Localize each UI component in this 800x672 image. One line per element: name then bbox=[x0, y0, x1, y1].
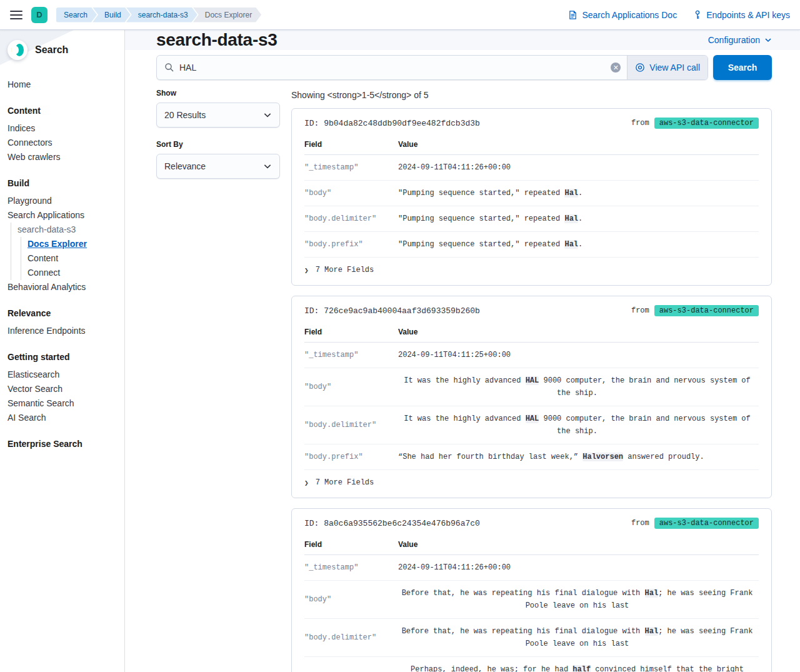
sidebar-item-behavioral-analytics[interactable]: Behavioral Analytics bbox=[8, 280, 119, 294]
results-list: Showing <strong>1-5</strong> of 5 ID: 9b… bbox=[291, 89, 772, 672]
search-query-input[interactable] bbox=[179, 63, 611, 73]
value-cell: 2024-09-11T04:11:25+00:00 bbox=[398, 349, 759, 361]
sidebar-title: Search bbox=[35, 44, 68, 56]
sidebar-section-header: Build bbox=[8, 178, 119, 188]
value-cell: 2024-09-11T04:11:26+00:00 bbox=[398, 161, 759, 174]
sidebar-item-connect[interactable]: Connect bbox=[28, 266, 119, 280]
field-cell: "body.prefix" bbox=[304, 238, 398, 251]
table-row: "body.delimiter"It was the highly advanc… bbox=[304, 406, 759, 444]
clear-icon[interactable]: ✕ bbox=[611, 63, 621, 73]
sidebar-section-getting-started: Getting startedElasticsearchVector Searc… bbox=[8, 352, 119, 425]
sidebar-item-connectors[interactable]: Connectors bbox=[8, 136, 119, 150]
sidebar-item-indices[interactable]: Indices bbox=[8, 121, 119, 136]
result-card: ID: 9b04da82c48ddb90df9ee482fdcb3d3bfrom… bbox=[291, 108, 772, 286]
more-fields-toggle[interactable]: ❯7 More Fields bbox=[304, 470, 759, 493]
table-header-row: FieldValue bbox=[304, 535, 759, 555]
table-row: "body""Pumping sequence started," repeat… bbox=[304, 181, 759, 206]
sidebar-section-header: Content bbox=[8, 106, 119, 116]
column-header-value: Value bbox=[398, 328, 759, 336]
sidebar-item-search-data-s3[interactable]: search-data-s3 bbox=[18, 223, 119, 237]
field-cell: "_timestamp" bbox=[304, 561, 398, 574]
result-id: ID: 9b04da82c48ddb90df9ee482fdcb3d3b bbox=[304, 119, 480, 128]
view-api-call-button[interactable]: View API call bbox=[627, 56, 708, 79]
table-row: "body.delimiter""Pumping sequence starte… bbox=[304, 206, 759, 232]
value-cell: “She had her fourth birthday last week,”… bbox=[398, 451, 759, 463]
more-fields-label: 7 More Fields bbox=[316, 478, 374, 487]
highlighted-term: Hal bbox=[564, 189, 578, 198]
endpoints-api-keys-link[interactable]: Endpoints & API keys bbox=[693, 10, 790, 20]
sidebar-section: Home bbox=[8, 78, 119, 92]
sidebar-item-home[interactable]: Home bbox=[8, 78, 119, 92]
highlighted-term: Hal bbox=[645, 589, 659, 598]
from-label: from bbox=[631, 119, 649, 128]
column-header-value: Value bbox=[398, 540, 759, 549]
value-cell: "Pumping sequence started," repeated Hal… bbox=[398, 238, 759, 251]
field-cell: "body.prefix" bbox=[304, 669, 398, 672]
breadcrumb-search-data-s3[interactable]: search-data-s3 bbox=[126, 8, 198, 23]
more-fields-toggle[interactable]: ❯7 More Fields bbox=[304, 258, 759, 280]
value-cell: Before that, he was repeating his final … bbox=[398, 625, 759, 650]
from-label: from bbox=[631, 519, 649, 528]
sidebar-item-search-applications[interactable]: Search Applications bbox=[8, 208, 119, 223]
sidebar-section-build: BuildPlaygroundSearch Applicationssearch… bbox=[8, 178, 119, 294]
field-cell: "_timestamp" bbox=[304, 349, 398, 361]
results-summary: Showing <strong>1-5</strong> of 5 bbox=[291, 90, 772, 100]
field-cell: "body.delimiter" bbox=[304, 631, 398, 644]
sidebar-item-content[interactable]: Content bbox=[28, 251, 119, 266]
result-card-header: ID: 9b04da82c48ddb90df9ee482fdcb3d3bfrom… bbox=[304, 118, 759, 129]
search-input-group: ✕ View API call bbox=[156, 55, 708, 80]
value-cell: Perhaps, indeed, he was; for he had half… bbox=[398, 663, 759, 672]
table-row: "body"Before that, he was repeating his … bbox=[304, 581, 759, 619]
breadcrumb-build[interactable]: Build bbox=[92, 8, 131, 23]
sidebar-item-vector-search[interactable]: Vector Search bbox=[8, 382, 119, 396]
result-card: ID: 8a0c6a935562be6c24354e476b96a7c0from… bbox=[291, 508, 772, 672]
breadcrumb-search[interactable]: Search bbox=[56, 8, 97, 23]
column-header-value: Value bbox=[398, 140, 759, 149]
sidebar-section-content: ContentIndicesConnectorsWeb crawlers bbox=[8, 106, 119, 164]
search-icon bbox=[164, 63, 174, 73]
key-icon bbox=[693, 10, 702, 20]
sidebar-item-semantic-search[interactable]: Semantic Search bbox=[8, 396, 119, 411]
table-row: "_timestamp"2024-09-11T04:11:26+00:00 bbox=[304, 155, 759, 181]
sidebar-item-inference-endpoints[interactable]: Inference Endpoints bbox=[8, 324, 119, 338]
highlighted-term: Hal bbox=[564, 214, 578, 223]
highlighted-term: half bbox=[572, 665, 591, 672]
deployment-badge[interactable]: D bbox=[31, 7, 48, 23]
enterprise-search-logo bbox=[8, 40, 28, 60]
show-label: Show bbox=[156, 89, 280, 98]
result-source: fromaws-s3-data-connector bbox=[631, 518, 759, 529]
field-cell: "body" bbox=[304, 187, 398, 199]
sidebar-item-elasticsearch[interactable]: Elasticsearch bbox=[8, 368, 119, 382]
table-row: "body"It was the highly advanced HAL 900… bbox=[304, 368, 759, 406]
field-cell: "body.delimiter" bbox=[304, 419, 398, 431]
breadcrumb: SearchBuildsearch-data-s3Docs Explorer bbox=[56, 8, 261, 23]
hamburger-icon[interactable] bbox=[10, 11, 22, 19]
sidebar-item-ai-search[interactable]: AI Search bbox=[8, 411, 119, 425]
search-button[interactable]: Search bbox=[713, 55, 772, 80]
search-applications-doc-link[interactable]: Search Applications Doc bbox=[568, 10, 677, 20]
top-navigation-bar: D SearchBuildsearch-data-s3Docs Explorer… bbox=[0, 0, 800, 30]
table-row: "body.prefix""Pumping sequence started,"… bbox=[304, 232, 759, 258]
top-link-label: Endpoints & API keys bbox=[706, 10, 790, 20]
show-select[interactable]: 20 Results bbox=[156, 103, 280, 128]
results-filters: Show 20 Results Sort By Relevance bbox=[156, 89, 280, 672]
value-cell: Before that, he was repeating his final … bbox=[398, 587, 759, 612]
sidebar-item-web-crawlers[interactable]: Web crawlers bbox=[8, 150, 119, 164]
configuration-button[interactable]: Configuration bbox=[708, 35, 772, 45]
sidebar-item-playground[interactable]: Playground bbox=[8, 194, 119, 208]
source-badge: aws-s3-data-connector bbox=[654, 118, 759, 129]
field-cell: "body" bbox=[304, 593, 398, 606]
value-cell: It was the highly advanced HAL 9000 comp… bbox=[398, 413, 759, 438]
table-row: "_timestamp"2024-09-11T04:11:26+00:00 bbox=[304, 555, 759, 581]
chevron-right-icon: ❯ bbox=[304, 266, 309, 274]
page-title: search-data-s3 bbox=[156, 30, 277, 50]
sort-by-label: Sort By bbox=[156, 140, 280, 149]
breadcrumb-docs-explorer: Docs Explorer bbox=[193, 8, 261, 23]
result-id: ID: 8a0c6a935562be6c24354e476b96a7c0 bbox=[304, 519, 480, 528]
configuration-label: Configuration bbox=[708, 35, 760, 45]
sort-by-select[interactable]: Relevance bbox=[156, 154, 280, 179]
value-cell: It was the highly advanced HAL 9000 comp… bbox=[398, 374, 759, 399]
sidebar: Search HomeContentIndicesConnectorsWeb c… bbox=[0, 30, 125, 672]
sidebar-item-docs-explorer[interactable]: Docs Explorer bbox=[28, 237, 119, 251]
column-header-field: Field bbox=[304, 140, 398, 149]
